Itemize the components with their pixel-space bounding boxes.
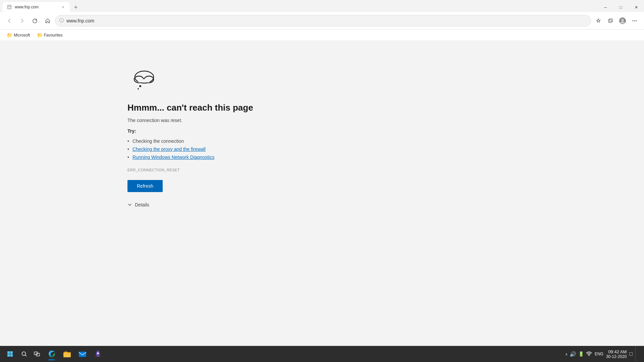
svg-point-6 bbox=[621, 19, 624, 21]
svg-point-26 bbox=[97, 353, 99, 354]
show-desktop-button[interactable] bbox=[635, 347, 639, 361]
suggestions-list: Checking the connection Checking the pro… bbox=[127, 137, 253, 161]
title-bar: www.fnp.com × + ─ □ ✕ bbox=[0, 0, 644, 12]
more-icon bbox=[632, 18, 637, 23]
svg-point-15 bbox=[138, 88, 139, 89]
profile-button[interactable] bbox=[617, 15, 628, 26]
profile-icon bbox=[619, 17, 626, 24]
error-code: ERR_CONNECTION_RESET bbox=[127, 168, 253, 172]
svg-rect-0 bbox=[7, 4, 12, 10]
suggestion-3: Running Windows Network Diagnostics bbox=[127, 153, 253, 161]
taskbar-left bbox=[3, 347, 43, 361]
start-button[interactable] bbox=[3, 347, 17, 361]
tab-close-button[interactable]: × bbox=[60, 4, 66, 10]
suggestion-1-text: Checking the connection bbox=[132, 138, 184, 144]
error-subtitle: The connection was reset. bbox=[127, 118, 253, 123]
more-button[interactable] bbox=[629, 15, 640, 26]
network-icon[interactable] bbox=[586, 351, 592, 357]
navigation-bar: i www.fnp.com bbox=[0, 12, 644, 29]
error-heading: Hmmm... can't reach this page bbox=[127, 103, 253, 113]
collections-icon bbox=[608, 18, 613, 23]
svg-rect-16 bbox=[7, 351, 10, 354]
svg-rect-19 bbox=[10, 354, 13, 357]
clock-date: 30-12-2020 bbox=[606, 354, 627, 359]
taskbar-right: ∧ 🔊 🔋 ENG 09:42 AM 30-12-2020 □ bbox=[565, 347, 641, 361]
cloud-svg bbox=[127, 68, 158, 91]
svg-rect-3 bbox=[608, 19, 611, 22]
wifi-icon bbox=[586, 351, 592, 356]
bookmark-microsoft[interactable]: 📁 Microsoft bbox=[4, 31, 33, 39]
window-controls: ─ □ ✕ bbox=[598, 2, 644, 13]
svg-point-20 bbox=[22, 352, 26, 356]
svg-point-27 bbox=[588, 355, 589, 356]
tab-title: www.fnp.com bbox=[15, 5, 58, 9]
maximize-button[interactable]: □ bbox=[613, 2, 629, 13]
checking-proxy-link[interactable]: Checking the proxy and the firewall bbox=[132, 146, 206, 152]
rocket-icon bbox=[94, 350, 102, 358]
task-view-button[interactable] bbox=[31, 347, 43, 361]
svg-rect-13 bbox=[138, 79, 150, 82]
refresh-button[interactable]: Refresh bbox=[127, 180, 163, 192]
svg-rect-25 bbox=[79, 352, 86, 357]
refresh-button[interactable] bbox=[30, 15, 40, 26]
bookmarks-bar: 📁 Microsoft 📁 Favourites bbox=[0, 29, 644, 41]
minimize-button[interactable]: ─ bbox=[598, 2, 613, 13]
clock[interactable]: 09:42 AM 30-12-2020 bbox=[606, 349, 627, 359]
tab-favicon bbox=[7, 4, 12, 10]
suggestion-1: Checking the connection bbox=[127, 137, 253, 145]
notification-center-button[interactable]: □ bbox=[629, 351, 633, 357]
details-label: Details bbox=[135, 202, 149, 207]
svg-point-14 bbox=[139, 85, 141, 87]
page-content: Hmmm... can't reach this page The connec… bbox=[0, 41, 644, 362]
forward-icon bbox=[20, 18, 24, 23]
home-icon bbox=[45, 18, 50, 23]
taskbar-app[interactable] bbox=[91, 347, 105, 361]
edge-icon bbox=[47, 350, 56, 358]
error-container: Hmmm... can't reach this page The connec… bbox=[127, 68, 253, 207]
battery-icon[interactable]: 🔋 bbox=[578, 351, 584, 357]
info-icon: i bbox=[59, 18, 64, 22]
network-diagnostics-link[interactable]: Running Windows Network Diagnostics bbox=[132, 155, 214, 160]
back-button[interactable] bbox=[4, 15, 15, 26]
home-button[interactable] bbox=[42, 15, 53, 26]
taskbar-mail[interactable] bbox=[75, 347, 90, 361]
folder-icon: 📁 bbox=[37, 33, 43, 38]
collections-button[interactable] bbox=[605, 15, 616, 26]
suggestion-2: Checking the proxy and the firewall bbox=[127, 145, 253, 153]
hidden-icons-button[interactable]: ∧ bbox=[565, 352, 568, 356]
forward-button[interactable] bbox=[17, 15, 28, 26]
file-explorer-icon bbox=[63, 350, 71, 358]
taskbar-file-explorer[interactable] bbox=[60, 347, 74, 361]
svg-point-9 bbox=[636, 20, 637, 21]
svg-rect-17 bbox=[10, 351, 13, 354]
details-toggle[interactable]: Details bbox=[127, 202, 253, 207]
svg-rect-24 bbox=[63, 352, 71, 357]
cloud-illustration bbox=[127, 68, 253, 93]
taskbar-apps bbox=[44, 347, 105, 361]
close-button[interactable]: ✕ bbox=[629, 2, 644, 13]
bookmark-microsoft-label: Microsoft bbox=[14, 33, 30, 38]
svg-line-21 bbox=[25, 355, 26, 356]
folder-icon: 📁 bbox=[7, 33, 12, 38]
address-bar[interactable]: i www.fnp.com bbox=[55, 15, 591, 26]
search-taskbar-button[interactable] bbox=[18, 347, 30, 361]
bookmark-favourites-label: Favourites bbox=[44, 33, 63, 38]
windows-icon bbox=[7, 351, 13, 357]
language-indicator[interactable]: ENG bbox=[595, 352, 603, 356]
search-icon bbox=[21, 351, 27, 357]
star-icon bbox=[596, 18, 601, 23]
tab-bar: www.fnp.com × + bbox=[0, 2, 598, 12]
favorites-button[interactable] bbox=[593, 15, 604, 26]
svg-rect-4 bbox=[609, 19, 612, 22]
new-tab-button[interactable]: + bbox=[71, 3, 80, 12]
taskbar-edge[interactable] bbox=[44, 347, 59, 361]
mail-icon bbox=[78, 350, 87, 358]
svg-point-7 bbox=[633, 20, 634, 21]
volume-icon[interactable]: 🔊 bbox=[570, 351, 576, 357]
back-icon bbox=[7, 18, 12, 23]
bookmark-favourites[interactable]: 📁 Favourites bbox=[34, 31, 65, 39]
clock-time: 09:42 AM bbox=[606, 349, 627, 354]
address-text: www.fnp.com bbox=[66, 18, 587, 23]
active-tab[interactable]: www.fnp.com × bbox=[3, 2, 70, 12]
taskbar: ∧ 🔊 🔋 ENG 09:42 AM 30-12-2020 □ bbox=[0, 346, 644, 362]
